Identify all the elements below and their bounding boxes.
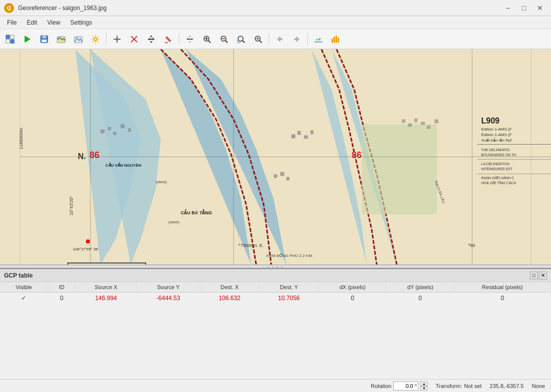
svg-marker-6 [25, 36, 31, 43]
svg-line-28 [226, 41, 228, 43]
svg-marker-37 [277, 36, 282, 42]
svg-rect-3 [11, 35, 14, 39]
col-source-y: Source Y [137, 282, 200, 293]
rotation-input[interactable] [393, 381, 418, 390]
svg-rect-57 [297, 131, 301, 135]
histogram-button[interactable] [327, 31, 344, 47]
svg-rect-43 [336, 36, 337, 43]
open-vector-button[interactable] [70, 31, 86, 47]
window-title: Georeferencer - saigon_1963.jpg [18, 5, 501, 12]
svg-line-25 [208, 41, 210, 43]
coordinates-display: 235.8,-6357.5 [490, 383, 524, 389]
svg-rect-42 [334, 37, 335, 43]
svg-text:Edition 1-AMS (F: Edition 1-AMS (F [481, 127, 512, 132]
svg-rect-5 [11, 40, 14, 43]
main-layout: N. 86 86 1186000m. ⁶79000m. E. ⁶80 10°43… [0, 49, 551, 392]
delete-point-button[interactable] [126, 31, 142, 47]
svg-line-33 [260, 41, 262, 43]
clear-button[interactable] [160, 31, 176, 47]
sep4 [307, 33, 308, 45]
svg-rect-55 [128, 128, 131, 132]
svg-text:(steel): (steel) [156, 180, 167, 184]
play-button[interactable] [19, 31, 35, 47]
link-button[interactable] [310, 31, 326, 47]
back-button[interactable] [272, 31, 288, 47]
svg-rect-4 [6, 40, 10, 43]
zoom-in-button[interactable] [199, 31, 215, 47]
panel-close-button[interactable]: ✕ [539, 272, 547, 280]
svg-text:LA DÉLINEATION: LA DÉLINEATION [481, 162, 509, 166]
svg-rect-61 [408, 123, 412, 127]
svg-rect-53 [113, 132, 117, 135]
cell-id: 0 [48, 293, 75, 304]
menu-file[interactable]: File [2, 18, 22, 27]
svg-rect-83 [68, 263, 146, 265]
svg-rect-60 [402, 119, 405, 123]
svg-rect-2 [6, 35, 10, 39]
svg-text:L909: L909 [481, 116, 500, 125]
save-button[interactable] [36, 31, 52, 47]
svg-rect-54 [121, 124, 125, 128]
svg-text:BOUNDARIES ON TH: BOUNDARIES ON TH [481, 153, 516, 157]
settings-button[interactable] [87, 31, 103, 47]
svg-rect-66 [274, 174, 277, 178]
svg-rect-62 [414, 118, 417, 122]
forward-button[interactable] [289, 31, 305, 47]
none-label: None [532, 383, 545, 389]
sep3 [269, 33, 269, 45]
svg-rect-67 [280, 172, 284, 176]
cell-residual: 0 [454, 293, 551, 304]
cell-dy: 0 [386, 293, 454, 304]
maximize-button[interactable]: □ [517, 3, 531, 13]
svg-text:INTÉRIEURES EST: INTÉRIEURES EST [481, 167, 513, 171]
svg-text:⁶79000m. E.: ⁶79000m. E. [239, 243, 264, 248]
panel-restore-button[interactable]: □ [530, 272, 538, 280]
window-controls: − □ ✕ [501, 3, 547, 13]
svg-text:86: 86 [89, 151, 99, 161]
map-area[interactable]: N. 86 86 1186000m. ⁶79000m. E. ⁶80 10°43… [0, 49, 551, 265]
svg-rect-63 [421, 122, 425, 125]
add-point-button[interactable] [109, 31, 125, 47]
close-button[interactable]: ✕ [533, 3, 547, 13]
svg-rect-51 [100, 129, 104, 134]
transform-status: Transform: Not set [435, 383, 482, 389]
minimize-button[interactable]: − [501, 3, 515, 13]
transform-label: Transform: [435, 383, 462, 389]
svg-text:⁶80: ⁶80 [468, 243, 475, 248]
table-row[interactable]: ✓ 0 146.994 -6444.53 106.632 10.7056 0 0… [0, 293, 551, 304]
gcp-table: Visible ID Source X Source Y Dest. X Des… [0, 282, 551, 304]
rotation-control: Rotation ▲ ▼ [371, 381, 427, 390]
rotation-up[interactable]: ▲ [420, 381, 427, 386]
zoom-rect-button[interactable] [233, 31, 249, 47]
gcp-panel-header: GCP table □ ✕ [0, 269, 551, 282]
svg-text:10°43'20": 10°43'20" [69, 196, 74, 215]
svg-text:Édition 1-AMS (F: Édition 1-AMS (F [481, 133, 512, 137]
transform-value: Not set [464, 383, 482, 389]
gcp-table-title: GCP table [4, 272, 33, 279]
svg-rect-64 [427, 125, 430, 129]
zoom-full-button[interactable] [250, 31, 266, 47]
menu-settings[interactable]: Settings [65, 18, 97, 27]
rotation-down[interactable]: ▼ [420, 386, 427, 390]
svg-text:1186000m.: 1186000m. [19, 127, 24, 150]
sep2 [179, 33, 179, 45]
menubar: File Edit View Settings [0, 16, 551, 29]
menu-view[interactable]: View [42, 18, 65, 27]
pan-button[interactable] [182, 31, 198, 47]
svg-text:106°37'55" 38': 106°37'55" 38' [73, 247, 99, 251]
zoom-out-button[interactable] [216, 31, 232, 47]
col-dest-y: Dest. Y [259, 282, 318, 293]
col-id: ID [48, 282, 75, 293]
svg-line-30 [243, 41, 245, 43]
svg-rect-59 [310, 130, 313, 135]
grid-icon[interactable] [2, 31, 18, 47]
menu-edit[interactable]: Edit [22, 18, 42, 27]
col-residual: Residual (pixels) [454, 282, 551, 293]
open-raster-button[interactable] [53, 31, 69, 47]
svg-marker-39 [294, 36, 299, 42]
titlebar: Q Georeferencer - saigon_1963.jpg − □ ✕ [0, 0, 551, 16]
cell-dest-x: 106.632 [200, 293, 259, 304]
svg-rect-44 [338, 38, 339, 43]
move-point-button[interactable] [143, 31, 159, 47]
col-dest-x: Dest. X [200, 282, 259, 293]
